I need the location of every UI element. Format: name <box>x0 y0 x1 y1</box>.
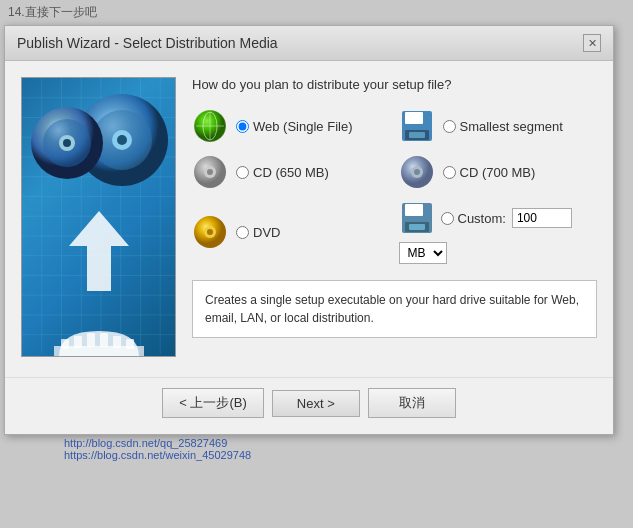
option-custom: Custom: MB KB GB <box>399 200 598 264</box>
bottom-watermark-2: https://blog.csdn.net/weixin_45029748 <box>4 449 251 461</box>
svg-point-27 <box>63 139 71 147</box>
svg-point-50 <box>414 169 420 175</box>
dialog-title: Publish Wizard - Select Distribution Med… <box>17 35 278 51</box>
cd650-icon <box>192 154 228 190</box>
svg-rect-57 <box>409 224 425 230</box>
dialog-body: How do you plan to distribute your setup… <box>5 61 613 373</box>
custom-size-input[interactable] <box>512 208 572 228</box>
radio-web[interactable] <box>236 120 249 133</box>
svg-rect-42 <box>405 112 423 124</box>
svg-point-23 <box>117 135 127 145</box>
publish-wizard-dialog: Publish Wizard - Select Distribution Med… <box>4 25 614 435</box>
right-content: How do you plan to distribute your setup… <box>192 77 597 357</box>
radio-custom[interactable] <box>441 212 454 225</box>
custom-unit-select[interactable]: MB KB GB <box>399 242 447 264</box>
svg-rect-35 <box>126 339 134 349</box>
gear-icon <box>49 301 149 356</box>
svg-rect-44 <box>409 132 425 138</box>
next-button[interactable]: Next > <box>272 390 360 417</box>
web-icon <box>192 108 228 144</box>
radio-dvd[interactable] <box>236 226 249 239</box>
options-grid: Web (Single File) <box>192 108 597 264</box>
dialog-title-bar: Publish Wizard - Select Distribution Med… <box>5 26 613 61</box>
close-button[interactable]: ✕ <box>583 34 601 52</box>
radio-cd650[interactable] <box>236 166 249 179</box>
svg-rect-32 <box>87 333 95 347</box>
option-smallest-label[interactable]: Smallest segment <box>443 119 563 134</box>
svg-marker-28 <box>69 211 129 291</box>
cd-small-icon <box>30 106 105 181</box>
arrow-up-icon <box>69 211 129 291</box>
svg-rect-55 <box>405 204 423 216</box>
option-cd700: CD (700 MB) <box>399 154 598 190</box>
svg-rect-31 <box>74 336 82 348</box>
top-watermark: 14.直接下一步吧 <box>4 4 97 21</box>
bottom-watermark-1: http://blog.csdn.net/qq_25827469 <box>4 437 227 449</box>
option-dvd-label[interactable]: DVD <box>236 225 280 240</box>
svg-rect-33 <box>100 333 108 347</box>
option-web-label[interactable]: Web (Single File) <box>236 119 352 134</box>
option-cd700-label[interactable]: CD (700 MB) <box>443 165 536 180</box>
left-panel-image <box>21 77 176 357</box>
svg-rect-34 <box>113 336 121 348</box>
cd700-icon <box>399 154 435 190</box>
svg-point-53 <box>207 229 213 235</box>
dvd-icon <box>192 214 228 250</box>
option-cd650: CD (650 MB) <box>192 154 391 190</box>
floppy-custom-icon <box>399 200 435 236</box>
dialog-footer: < 上一步(B) Next > 取消 <box>5 377 613 434</box>
option-dvd: DVD <box>192 200 391 264</box>
radio-smallest[interactable] <box>443 120 456 133</box>
back-button[interactable]: < 上一步(B) <box>162 388 264 418</box>
cancel-button[interactable]: 取消 <box>368 388 456 418</box>
description-box: Creates a single setup executable on you… <box>192 280 597 338</box>
svg-rect-30 <box>61 339 69 349</box>
option-web: Web (Single File) <box>192 108 391 144</box>
radio-cd700[interactable] <box>443 166 456 179</box>
option-smallest: Smallest segment <box>399 108 598 144</box>
option-cd650-label[interactable]: CD (650 MB) <box>236 165 329 180</box>
svg-point-47 <box>207 169 213 175</box>
floppy-smallest-icon <box>399 108 435 144</box>
question-text: How do you plan to distribute your setup… <box>192 77 597 92</box>
option-custom-label[interactable]: Custom: <box>441 211 506 226</box>
